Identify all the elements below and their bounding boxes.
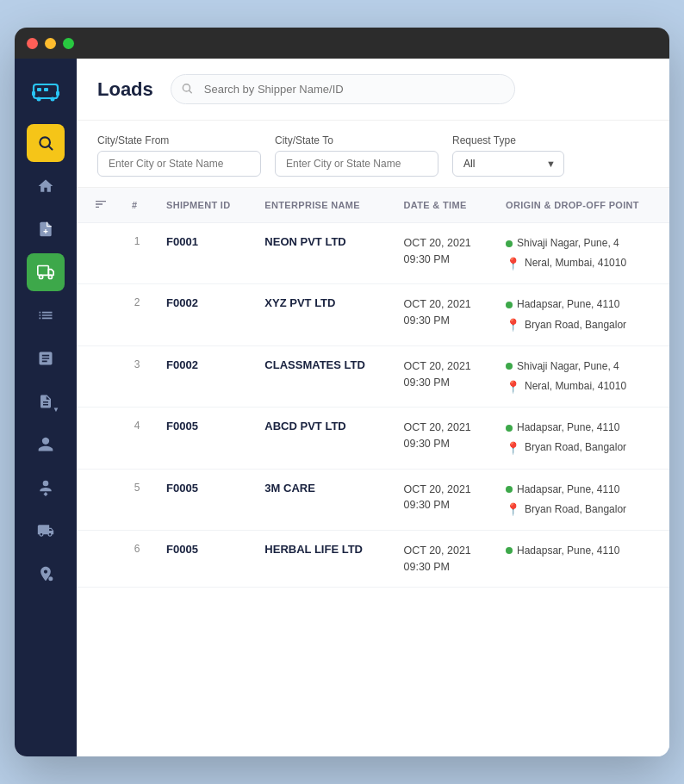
table-row[interactable]: 1 F0001 NEON PVT LTD OCT 20, 202109:30 P… [77, 223, 669, 284]
table-row[interactable]: 4 F0005 ABCD PVT LTD OCT 20, 202109:30 P… [77, 408, 669, 469]
drop-pin-icon: 📍 [506, 381, 520, 393]
svg-point-3 [37, 97, 41, 102]
app-container: ▼ [15, 59, 669, 756]
city-to-input[interactable] [275, 151, 438, 177]
row-date-time: OCT 20, 202109:30 PM [392, 345, 494, 407]
sidebar-item-loads[interactable] [27, 253, 65, 291]
row-checkbox-cell [77, 284, 120, 345]
sidebar-item-list[interactable] [27, 296, 65, 334]
search-input[interactable] [171, 74, 515, 104]
row-enterprise-name: NEON PVT LTD [252, 223, 391, 284]
row-checkbox-cell [77, 408, 120, 469]
row-enterprise-name: ABCD PVT LTD [252, 408, 391, 469]
svg-rect-2 [44, 88, 48, 91]
origin-dot-icon [506, 547, 513, 554]
close-button[interactable] [27, 38, 38, 49]
filter-city-from: City/State From [97, 134, 261, 177]
select-wrapper: All FTL LTL Express ▼ [452, 151, 564, 177]
row-num: 4 [120, 408, 154, 469]
filter-request-type: Request Type All FTL LTL Express ▼ [452, 134, 564, 177]
svg-rect-1 [37, 88, 41, 91]
row-checkbox-cell [77, 345, 120, 407]
row-origin-drop: Hadapsar, Pune, 4110 📍 Bryan Road, Banga… [494, 284, 669, 345]
table-row[interactable]: 3 F0002 CLASSMATES LTD OCT 20, 202109:30… [77, 345, 669, 407]
table-header-row: # SHIPMENT ID ENTERPRISE NAME DATE & TIM… [77, 188, 669, 223]
row-origin-drop: Hadapsar, Pune, 4110 📍 Bryan Road, Banga… [494, 408, 669, 469]
table-row[interactable]: 6 F0005 HERBAL LIFE LTD OCT 20, 202109:3… [77, 530, 669, 588]
row-num: 5 [120, 469, 154, 530]
sidebar-item-truck[interactable] [27, 512, 65, 550]
drop-pin-icon: 📍 [506, 258, 520, 270]
col-num: # [120, 188, 154, 223]
filters-row: City/State From City/State To Request Ty… [77, 121, 669, 188]
row-origin-drop: Shivaji Nagar, Pune, 4 📍 Neral, Mumbai, … [494, 223, 669, 284]
browser-window: ▼ [15, 28, 669, 756]
minimize-button[interactable] [45, 38, 56, 49]
loads-table: # SHIPMENT ID ENTERPRISE NAME DATE & TIM… [77, 188, 669, 588]
browser-titlebar [15, 28, 669, 59]
filter-icon [94, 197, 108, 211]
search-bar [171, 74, 515, 104]
row-num: 3 [120, 345, 154, 407]
request-type-select[interactable]: All FTL LTL Express [452, 151, 564, 177]
row-shipment-id: F0002 [154, 345, 252, 407]
header: Loads [77, 59, 669, 121]
svg-rect-5 [32, 91, 35, 96]
svg-point-12 [48, 576, 53, 581]
row-date-time: OCT 20, 202109:30 PM [392, 408, 494, 469]
table-container: # SHIPMENT ID ENTERPRISE NAME DATE & TIM… [77, 188, 669, 756]
origin-dot-icon [506, 302, 513, 308]
svg-rect-6 [56, 91, 59, 96]
row-checkbox-cell [77, 223, 120, 284]
row-enterprise-name: HERBAL LIFE LTD [252, 530, 391, 588]
row-enterprise-name: CLASSMATES LTD [252, 345, 391, 407]
sidebar-item-report-search[interactable] [27, 339, 65, 377]
row-date-time: OCT 20, 202109:30 PM [392, 530, 494, 588]
search-icon [181, 82, 193, 96]
table-row[interactable]: 2 F0002 XYZ PVT LTD OCT 20, 202109:30 PM… [77, 284, 669, 345]
city-from-label: City/State From [97, 134, 261, 146]
svg-point-4 [51, 97, 55, 102]
filter-city-to: City/State To [275, 134, 438, 177]
sidebar-item-operator[interactable] [27, 555, 65, 593]
row-date-time: OCT 20, 202109:30 PM [392, 223, 494, 284]
origin-dot-icon [506, 363, 513, 370]
drop-pin-icon: 📍 [506, 503, 520, 515]
drop-pin-icon: 📍 [506, 319, 520, 331]
drop-pin-icon: 📍 [506, 442, 520, 454]
svg-point-10 [40, 275, 43, 278]
maximize-button[interactable] [63, 38, 74, 49]
svg-rect-9 [38, 266, 49, 276]
sidebar-item-search[interactable] [27, 124, 65, 162]
row-enterprise-name: 3M CARE [252, 469, 391, 530]
page-title: Loads [97, 78, 153, 101]
city-from-input[interactable] [97, 151, 261, 177]
origin-dot-icon [506, 486, 513, 493]
sidebar: ▼ [15, 59, 77, 756]
sidebar-item-driver[interactable] [27, 469, 65, 507]
row-date-time: OCT 20, 202109:30 PM [392, 469, 494, 530]
sidebar-logo [27, 72, 65, 110]
row-enterprise-name: XYZ PVT LTD [252, 284, 391, 345]
row-origin-drop: Hadapsar, Pune, 4110 📍 Bryan Road, Banga… [494, 469, 669, 530]
svg-line-8 [49, 146, 53, 150]
row-shipment-id: F0005 [154, 530, 252, 588]
row-origin-drop: Shivaji Nagar, Pune, 4 📍 Neral, Mumbai, … [494, 345, 669, 407]
col-shipment-id: SHIPMENT ID [154, 188, 252, 223]
row-shipment-id: F0002 [154, 284, 252, 345]
row-checkbox-cell [77, 530, 120, 588]
sidebar-item-document-add[interactable] [27, 210, 65, 248]
request-type-label: Request Type [452, 134, 564, 146]
table-row[interactable]: 5 F0005 3M CARE OCT 20, 202109:30 PM Had… [77, 469, 669, 530]
sidebar-item-home[interactable] [27, 167, 65, 205]
row-shipment-id: F0005 [154, 408, 252, 469]
sidebar-item-user[interactable] [27, 426, 65, 464]
main-content: Loads City/State From City/S [77, 59, 669, 756]
city-to-label: City/State To [275, 134, 438, 146]
row-num: 1 [120, 223, 154, 284]
col-date-time: DATE & TIME [392, 188, 494, 223]
sidebar-item-reports[interactable]: ▼ [27, 383, 65, 420]
origin-dot-icon [506, 425, 513, 432]
row-date-time: OCT 20, 202109:30 PM [392, 284, 494, 345]
col-filter-icon [77, 188, 120, 223]
